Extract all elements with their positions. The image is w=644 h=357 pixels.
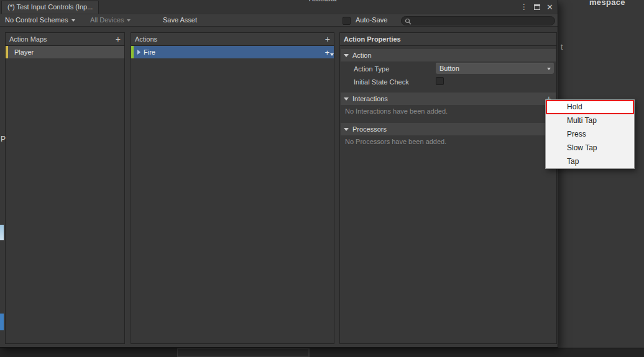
action-map-item-player[interactable]: Player bbox=[6, 46, 124, 58]
foldout-open-icon bbox=[344, 97, 349, 101]
action-label: Fire bbox=[144, 48, 155, 56]
background-code-partial: mespace bbox=[589, 0, 625, 7]
interactions-empty-message: No Interactions have been added. bbox=[345, 107, 448, 115]
save-asset-button[interactable]: Save Asset bbox=[163, 14, 197, 26]
action-type-value: Button bbox=[439, 65, 459, 72]
chevron-down-icon bbox=[330, 53, 334, 56]
chevron-down-icon bbox=[127, 19, 131, 22]
window-titlebar: (*) Test Input Controls (Inp... ⋮ ✕ bbox=[0, 0, 558, 14]
interactions-section-header[interactable]: Interactions + bbox=[341, 93, 556, 105]
background-bottom-segment bbox=[177, 348, 309, 357]
action-properties-header: Action Properties bbox=[340, 33, 556, 46]
background-editor-right: mespace t bbox=[558, 0, 644, 348]
action-properties-body: Action Action Type Button Initial State … bbox=[340, 46, 556, 343]
menu-item-press[interactable]: Press bbox=[546, 127, 634, 141]
control-schemes-dropdown[interactable]: No Control Schemes bbox=[5, 14, 75, 26]
interactions-section-title: Interactions bbox=[352, 95, 388, 102]
search-icon bbox=[405, 18, 412, 25]
action-properties-title: Action Properties bbox=[344, 35, 401, 43]
processors-section-header[interactable]: Processors + bbox=[341, 123, 556, 135]
action-item-left: Fire bbox=[131, 48, 155, 56]
map-indicator bbox=[6, 46, 8, 58]
action-map-label: Player bbox=[14, 48, 34, 56]
action-type-dropdown[interactable]: Button bbox=[436, 63, 554, 74]
menu-item-hold[interactable]: Hold bbox=[546, 100, 634, 114]
action-section-title: Action bbox=[352, 52, 372, 59]
background-text-partial: t bbox=[561, 43, 563, 52]
auto-save-label: Auto-Save bbox=[356, 14, 387, 26]
action-section-header[interactable]: Action bbox=[341, 49, 556, 61]
background-scene-sliver bbox=[0, 225, 4, 240]
processors-section-title: Processors bbox=[352, 125, 387, 133]
devices-label: All Devices bbox=[90, 16, 124, 24]
chevron-down-icon bbox=[71, 19, 75, 22]
auto-save-checkbox[interactable] bbox=[343, 17, 351, 25]
foldout-open-icon bbox=[344, 128, 349, 131]
kebab-menu-icon[interactable]: ⋮ bbox=[520, 3, 528, 11]
actions-header: Actions + bbox=[131, 33, 334, 46]
input-actions-window: (*) Test Input Controls (Inp... ⋮ ✕ No C… bbox=[0, 0, 558, 348]
background-left-partial: P bbox=[1, 135, 6, 143]
background-top-partial: AssetDat bbox=[309, 0, 365, 3]
action-properties-panel: Action Properties Action Action Type But… bbox=[339, 32, 557, 344]
menu-item-tap[interactable]: Tap bbox=[546, 155, 634, 168]
chevron-down-icon bbox=[547, 68, 551, 70]
maximize-icon[interactable] bbox=[534, 4, 540, 10]
processors-empty-message: No Processors have been added. bbox=[345, 138, 446, 145]
background-bottom-divider bbox=[309, 348, 310, 357]
background-blue-sliver bbox=[0, 314, 4, 330]
window-tab[interactable]: (*) Test Input Controls (Inp... bbox=[1, 1, 99, 14]
disclosure-triangle-icon[interactable] bbox=[137, 50, 140, 55]
background-editor-bottom bbox=[0, 348, 644, 357]
search-input[interactable] bbox=[401, 16, 555, 25]
menu-item-multi-tap[interactable]: Multi Tap bbox=[546, 114, 634, 127]
close-icon[interactable]: ✕ bbox=[546, 3, 553, 11]
actions-title: Actions bbox=[135, 35, 157, 43]
action-indicator bbox=[131, 46, 134, 58]
actions-panel: Actions + Fire + bbox=[131, 32, 334, 344]
add-binding-plus: + bbox=[324, 48, 329, 57]
devices-dropdown[interactable]: All Devices bbox=[90, 14, 131, 26]
initial-state-check-checkbox[interactable] bbox=[436, 77, 444, 85]
action-maps-header: Action Maps + bbox=[6, 33, 124, 46]
toolbar: No Control Schemes All Devices Save Asse… bbox=[0, 14, 558, 27]
action-maps-title: Action Maps bbox=[9, 35, 47, 43]
control-schemes-label: No Control Schemes bbox=[5, 16, 68, 24]
interactions-context-menu: Hold Multi Tap Press Slow Tap Tap bbox=[545, 99, 635, 169]
initial-state-check-label: Initial State Check bbox=[354, 78, 409, 86]
add-action-map-button[interactable]: + bbox=[116, 35, 121, 43]
screen: mespace t AssetDat P (*) Test Input Cont… bbox=[0, 0, 644, 357]
action-maps-panel: Action Maps + Player bbox=[5, 32, 125, 344]
window-controls: ⋮ ✕ bbox=[520, 0, 553, 14]
action-item-fire[interactable]: Fire + bbox=[131, 46, 334, 58]
action-type-label: Action Type bbox=[354, 65, 389, 73]
background-top-partial-text: AssetDat bbox=[309, 0, 337, 2]
foldout-open-icon bbox=[344, 54, 349, 57]
add-binding-button[interactable]: + bbox=[324, 48, 329, 56]
add-action-button[interactable]: + bbox=[325, 35, 330, 43]
window-tab-title: (*) Test Input Controls (Inp... bbox=[7, 3, 93, 11]
menu-item-slow-tap[interactable]: Slow Tap bbox=[546, 141, 634, 155]
